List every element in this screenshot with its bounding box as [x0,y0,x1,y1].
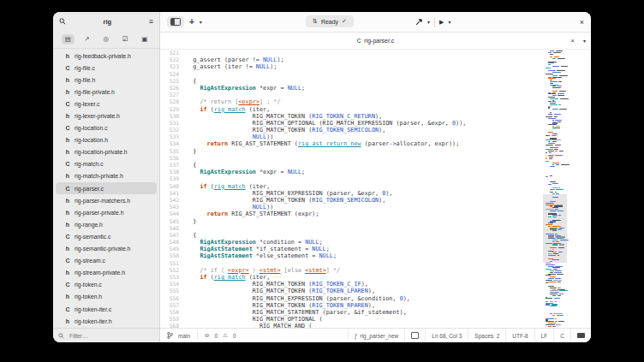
chat-icon[interactable]: ▣ [138,34,151,45]
warning-icon: ⚠ [223,332,228,339]
file-name: rig-token-iter.c [75,306,111,312]
diagnostics-indicator[interactable]: ⊘ 0 ⚠ 0 [198,329,243,342]
file-item-rig-parser.c[interactable]: Crig-parser.c [56,182,157,194]
file-item-rig-range.h[interactable]: hrig-range.h [56,218,157,230]
tab-list-icon[interactable]: ▾ [583,38,586,44]
new-document-menu-icon[interactable]: ▾ [200,19,202,25]
omnibar[interactable]: ⇅ Ready ✓ [306,15,354,27]
current-symbol-indicator[interactable]: ƒ rig_parser_new [348,329,404,342]
line-number: 527 [160,92,179,98]
error-icon: ⊘ [205,332,209,339]
file-item-rig-token-iter.c[interactable]: Crig-token-iter.c [56,303,157,315]
sidebar-header: rig ≡ [53,12,159,31]
code-line: g_assert (parser != NULL); [186,56,541,63]
line-number: 524 [160,71,179,78]
line-number: 551 [160,260,179,267]
line-number: 534 [160,140,179,147]
code-line: RIG_MATCH_EXPRESSION (parser, &expr, 0), [186,190,541,197]
file-item-rig-location-private.h[interactable]: hrig-location-private.h [56,146,157,158]
line-number: 536 [160,155,179,162]
file-type-icon: C [65,65,70,71]
code-line: RIG_MATCH_AND ( [186,323,541,328]
file-item-rig-parser-matchers.h[interactable]: hrig-parser-matchers.h [56,194,157,206]
line-number: 533 [160,134,179,140]
cursor-position-indicator[interactable]: Ln 68, Col 3 [425,329,468,342]
file-item-rig-stream-private.h[interactable]: hrig-stream-private.h [56,267,157,279]
file-item-rig-token.h[interactable]: hrig-token.h [56,291,157,303]
file-type-icon: h [65,77,70,83]
line-ending-indicator[interactable]: LF [534,329,554,342]
code-line: NULL)) [186,134,541,140]
line-number: 522 [160,56,179,63]
menu-icon[interactable]: ≡ [149,18,153,26]
file-item-rig-token.c[interactable]: Crig-token.c [56,279,157,291]
encoding-indicator[interactable]: UTF-8 [505,329,534,342]
search-icon[interactable] [59,18,66,25]
line-number: 553 [160,274,179,281]
panel-toggle-icon [170,18,181,26]
project-tree-icon[interactable]: ▤ [62,34,75,45]
close-tab-icon[interactable]: × [570,37,575,45]
new-document-button[interactable]: + [189,17,194,27]
file-item-rig-semantic-private.h[interactable]: hrig-semantic-private.h [56,243,157,255]
file-type-icon: C [65,234,70,240]
code-line: RIG_MATCH_OPTIONAL ( [186,316,541,323]
file-item-rig-lexer.c[interactable]: Crig-lexer.c [56,98,157,110]
line-number: 552 [160,267,179,274]
file-item-rig-match.c[interactable]: Crig-match.c [56,158,157,170]
file-item-rig-token-iter.h[interactable]: hrig-token-iter.h [56,315,157,327]
tab-rig-parser[interactable]: C rig-parser.c [160,33,591,49]
code-editor[interactable]: 5215225235245255265275285295305315325335… [160,50,591,328]
build-status-label: Ready [321,19,338,25]
build-button[interactable] [415,18,423,26]
file-item-rig-match-private.h[interactable]: hrig-match-private.h [56,170,157,182]
line-number: 523 [160,63,179,70]
language-indicator[interactable]: C [553,329,570,342]
builder-window: rig ≡ ▤↗◎☑▣ hrig-feedback-private.hCrig-… [53,12,591,342]
minimap-scrollbar[interactable] [545,50,565,328]
keyboard-toggle[interactable] [570,329,591,342]
code-line [186,155,541,162]
file-type-icon: h [65,294,70,300]
file-name: rig-location.h [75,137,108,143]
line-number: 531 [160,120,179,127]
git-branch-indicator[interactable]: main [160,329,197,342]
sidebar: rig ≡ ▤↗◎☑▣ hrig-feedback-private.hCrig-… [53,12,160,342]
line-number: 529 [160,106,179,113]
indentation-indicator[interactable]: Spaces: 2 [468,329,505,342]
toggle-sidebar-button[interactable] [167,16,184,27]
file-item-rig-file.h[interactable]: hrig-file.h [56,74,157,86]
panel-position-button[interactable] [404,329,425,342]
warning-count: 0 [233,333,236,339]
file-item-rig-feedback-private.h[interactable]: hrig-feedback-private.h [56,50,157,62]
line-number-gutter: 5215225235245255265275285295305315325335… [160,50,179,328]
file-item-rig-location.c[interactable]: Crig-location.c [56,122,157,134]
line-number: 530 [160,113,179,120]
code-line: RIG_MATCH_OPTIONAL (RIG_MATCH_EXPRESSION… [186,120,541,127]
file-item-rig-parser-private.h[interactable]: hrig-parser-private.h [56,206,157,218]
filter-input[interactable] [68,332,148,340]
file-item-rig-location.h[interactable]: hrig-location.h [56,134,157,146]
run-menu-icon[interactable]: ▾ [448,19,450,25]
run-button[interactable]: ▶ [439,19,444,26]
file-item-rig-lexer-private.h[interactable]: hrig-lexer-private.h [56,110,157,122]
file-type-icon: C [65,101,70,107]
code-line [186,92,541,98]
status-bar: main ⊘ 0 ⚠ 0 ƒ rig_parser_new Ln 68, Col… [160,328,591,342]
file-type-icon: C [65,282,70,288]
line-number: 535 [160,148,179,155]
close-window-icon[interactable]: × [580,18,584,27]
build-menu-icon[interactable]: ▾ [427,19,430,25]
symbols-icon[interactable]: ↗ [81,34,93,45]
file-item-rig-file-private.h[interactable]: hrig-file-private.h [56,86,157,98]
file-type-icon: h [65,318,70,324]
todo-icon[interactable]: ☑ [119,34,132,45]
file-item-rig-file.c[interactable]: Crig-file.c [56,62,157,74]
code-line: { [186,78,541,85]
file-item-rig-stream.c[interactable]: Crig-stream.c [56,255,157,267]
run-targets-icon[interactable]: ◎ [100,34,113,45]
code-line [186,71,541,78]
line-number: 550 [160,252,179,259]
file-item-rig-semantic.c[interactable]: Crig-semantic.c [56,230,157,242]
file-name: rig-file.c [75,65,95,71]
